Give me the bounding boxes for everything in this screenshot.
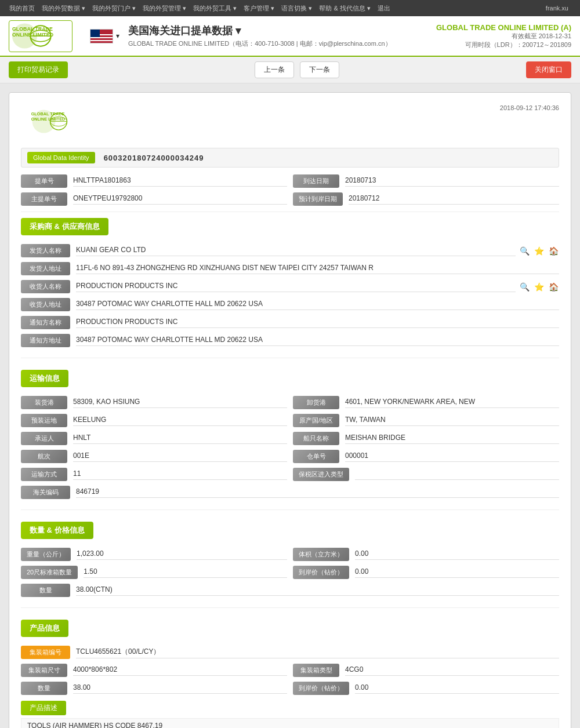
unload-port-label: 卸货港: [293, 396, 339, 409]
master-bill-value: ONEYTPEU19792800: [73, 194, 287, 205]
vessel-col: 船只名称 MEISHAN BRIDGE: [293, 432, 559, 445]
header-subtitle: GLOBAL TRADE ONLINE LIMITED（电话：400-710-3…: [128, 39, 436, 48]
product-section: 产品信息 集装箱编号 TCLU4655621（00/L/CY） 集装箱尺寸 40…: [21, 620, 559, 728]
global-data-label: Global Data Identity: [27, 152, 95, 163]
main-content: GLOBAL TRADE ONLINE LIMITED 2018-09-12 1…: [0, 83, 580, 728]
nav-lang[interactable]: 语言切换 ▾: [278, 4, 316, 13]
product-desc-header: 产品描述: [21, 701, 66, 715]
bill-row: 提单号 HNLTTPA1801863 到达日期 20180713: [21, 174, 559, 188]
qty-row: 数量 38.00(CTN): [21, 584, 559, 597]
container-size-label: 集装箱尺寸: [21, 664, 67, 677]
place-load-col: 预装运地 KEELUNG: [21, 414, 287, 427]
shipper-star-icon[interactable]: ⭐: [533, 245, 545, 257]
container-type-col: 集装箱类型 4CG0: [293, 664, 559, 677]
header-logo: GLOBAL TRADE ONLINE LIMITED: [9, 20, 78, 52]
place-origin-row: 预装运地 KEELUNG 原产国/地区 TW, TAIWAN: [21, 414, 559, 427]
logo-image: GLOBAL TRADE ONLINE LIMITED: [9, 20, 72, 52]
record-header: GLOBAL TRADE ONLINE LIMITED 2018-09-12 1…: [21, 104, 559, 139]
product-qty-col: 数量 38.00: [21, 682, 287, 695]
close-button-top[interactable]: 关闭窗口: [526, 61, 571, 78]
buyer-section-header: 采购商 & 供应商信息: [21, 218, 108, 235]
quantity-section: 数量 & 价格信息 重量（公斤） 1,023.00 体积（立方米） 0.00 2…: [21, 522, 559, 608]
bill-no-col: 提单号 HNLTTPA1801863: [21, 174, 287, 188]
nav-my-data[interactable]: 我的外贸数据 ▾: [38, 4, 89, 13]
record-logo: GLOBAL TRADE ONLINE LIMITED: [21, 104, 96, 139]
flag-area[interactable]: ▾: [90, 29, 119, 43]
consignee-star-icon[interactable]: ⭐: [533, 281, 545, 293]
product-qty-label: 数量: [21, 682, 67, 695]
weight-volume-row: 重量（公斤） 1,023.00 体积（立方米） 0.00: [21, 548, 559, 561]
ftz-col: 保税区进入类型: [293, 468, 559, 481]
notify-addr-value: 30487 POTOMAC WAY CHARLOTTE HALL MD 2062…: [76, 336, 559, 346]
ldr-time: 可用时段（LDR）：200712～201809: [436, 41, 571, 49]
master-bill-label: 主提单号: [21, 192, 67, 206]
qty-label: 数量: [21, 584, 70, 597]
print-button-top[interactable]: 打印贸易记录: [9, 61, 68, 78]
buyer-section: 采购商 & 供应商信息 发货人名称 KUANI GEAR CO LTD 🔍 ⭐ …: [21, 218, 559, 358]
company-name: GLOBAL TRADE ONLINE LIMITED (A): [436, 23, 571, 32]
twentyft-label: 20尺标准箱数量: [21, 566, 78, 579]
weight-value: 1,023.00: [77, 549, 287, 560]
consignee-home-icon[interactable]: 🏠: [548, 281, 559, 293]
toolbar-top: 打印贸易记录 上一条 下一条 关闭窗口: [0, 57, 580, 83]
origin-country-col: 原产国/地区 TW, TAIWAN: [293, 414, 559, 427]
svg-text:GLOBAL TRADE: GLOBAL TRADE: [31, 111, 65, 117]
container-type-label: 集装箱类型: [293, 664, 339, 677]
shipper-search-icon[interactable]: 🔍: [519, 245, 530, 257]
nav-help[interactable]: 帮助 & 找代信息 ▾: [316, 4, 374, 13]
us-flag: [90, 29, 113, 43]
carrier-value: HNLT: [73, 434, 287, 444]
twentyft-value: 1.50: [84, 567, 287, 578]
origin-country-label: 原产国/地区: [293, 414, 339, 427]
container-no-row: 集装箱编号 TCLU4655621（00/L/CY）: [21, 646, 559, 659]
est-arrival-col: 预计到岸日期 20180712: [293, 192, 559, 206]
next-button-top[interactable]: 下一条: [300, 61, 339, 78]
voyage-col: 航次 001E: [21, 450, 287, 463]
product-qty-value: 38.00: [73, 683, 287, 694]
flag-dropdown-icon[interactable]: ▾: [116, 32, 119, 40]
shipper-home-icon[interactable]: 🏠: [548, 245, 559, 257]
unit-price-col: 到岸价（钻价） 0.00: [293, 566, 559, 579]
volume-col: 体积（立方米） 0.00: [293, 548, 559, 561]
voyage-value: 001E: [73, 452, 287, 462]
container-size-type-row: 集装箱尺寸 4000*806*802 集装箱类型 4CG0: [21, 664, 559, 677]
notify-addr-label: 通知方地址: [21, 334, 70, 347]
origin-country-value: TW, TAIWAN: [345, 416, 559, 426]
shipper-addr-label: 发货人地址: [21, 262, 70, 275]
shipper-addr-value: 11FL-6 NO 891-43 ZHONGZHENG RD XINZHUANG…: [76, 264, 559, 274]
container-no-value: TCLU4655621（00/L/CY）: [76, 647, 559, 658]
container-size-col: 集装箱尺寸 4000*806*802: [21, 664, 287, 677]
product-price-value: 0.00: [355, 683, 559, 694]
container-no-label: 集装箱编号: [21, 646, 70, 659]
notify-label: 通知方名称: [21, 316, 70, 329]
vessel-label: 船只名称: [293, 432, 339, 445]
svg-text:ONLINE LIMITED: ONLINE LIMITED: [31, 117, 66, 122]
est-arrival-value: 20180712: [349, 194, 559, 205]
nav-my-portal[interactable]: 我的外贸门户 ▾: [89, 4, 139, 13]
nav-customer-mgmt[interactable]: 客户管理 ▾: [240, 4, 278, 13]
shipper-value: KUANI GEAR CO LTD: [76, 246, 516, 256]
nav-home[interactable]: 我的首页: [6, 4, 38, 13]
notify-addr-row: 通知方地址 30487 POTOMAC WAY CHARLOTTE HALL M…: [21, 334, 559, 347]
port-row: 装货港 58309, KAO HSIUNG 卸货港 4601, NEW YORK…: [21, 396, 559, 409]
qty-value: 38.00(CTN): [76, 585, 559, 596]
weight-label: 重量（公斤）: [21, 548, 71, 561]
inbond-value: 000001: [345, 452, 559, 462]
consignee-label: 收货人名称: [21, 280, 70, 293]
carrier-col: 承运人 HNLT: [21, 432, 287, 445]
ftz-label: 保税区进入类型: [293, 468, 349, 481]
ftz-value: [355, 469, 559, 480]
global-data-value: 600320180724000034249: [104, 154, 204, 162]
nav-my-tools[interactable]: 我的外贸工具 ▾: [190, 4, 240, 13]
shipper-addr-row: 发货人地址 11FL-6 NO 891-43 ZHONGZHENG RD XIN…: [21, 262, 559, 275]
consignee-search-icon[interactable]: 🔍: [519, 281, 530, 293]
record-card: GLOBAL TRADE ONLINE LIMITED 2018-09-12 1…: [9, 92, 571, 728]
prev-button-top[interactable]: 上一条: [255, 61, 294, 78]
nav-logout[interactable]: 退出: [374, 4, 394, 13]
product-price-label: 到岸价（钻价）: [293, 682, 349, 695]
place-load-value: KEELUNG: [73, 416, 287, 426]
arrival-date-col: 到达日期 20180713: [293, 174, 559, 188]
product-desc-text: TOOLS (AIR HAMMER) HS CODE 8467.19: [21, 718, 559, 728]
nav-my-mgmt[interactable]: 我的外贸管理 ▾: [139, 4, 190, 13]
consignee-value: PRODUCTION PRODUCTS INC: [76, 282, 516, 292]
